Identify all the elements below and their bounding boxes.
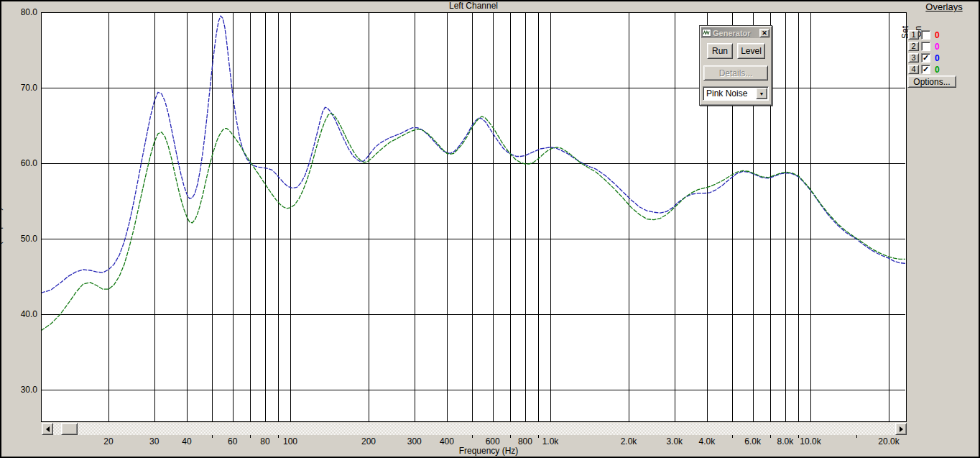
- truerta-window: Left Channel SPL (dB peak) Frequency (Hz…: [0, 0, 980, 458]
- overlay-3-checkbox[interactable]: ✓: [921, 53, 930, 63]
- left-arrow-icon: [46, 426, 50, 432]
- scroll-thumb[interactable]: [61, 423, 78, 435]
- spl-chart: [0, 0, 980, 458]
- overlay-2-value: 0: [935, 42, 945, 52]
- overlay-3-button[interactable]: 3: [908, 53, 919, 63]
- overlay-1-button[interactable]: 1: [908, 30, 919, 40]
- overlays-title[interactable]: Overlays: [914, 1, 974, 12]
- options-button[interactable]: Options...: [907, 75, 956, 88]
- overlay-2-button[interactable]: 2: [908, 42, 919, 51]
- signal-select[interactable]: Pink Noise ▼: [703, 86, 769, 101]
- overlay-4-button[interactable]: 4: [908, 65, 919, 74]
- chart-title: Left Channel: [41, 1, 906, 11]
- overlay-1-checkbox[interactable]: [921, 30, 930, 40]
- overlay-1-value: 0: [935, 30, 945, 40]
- overlay-4-checkbox[interactable]: ✓: [921, 65, 930, 74]
- chevron-down-icon: ▼: [759, 91, 764, 96]
- scroll-right-button[interactable]: [895, 423, 907, 435]
- generator-close-button[interactable]: ✕: [759, 29, 769, 37]
- level-button[interactable]: Level: [737, 43, 765, 59]
- close-icon: ✕: [762, 29, 767, 37]
- overlay-2-checkbox[interactable]: [921, 42, 930, 51]
- overlay-3-value: 0: [935, 53, 945, 63]
- plot-area: [42, 13, 907, 422]
- generator-title: Generator: [713, 29, 758, 37]
- generator-icon: [702, 29, 711, 37]
- details-button: Details...: [703, 65, 768, 81]
- signal-select-value: Pink Noise: [706, 88, 747, 99]
- right-arrow-icon: [900, 426, 903, 432]
- h-scrollbar[interactable]: [42, 423, 907, 435]
- scroll-left-button[interactable]: [42, 423, 53, 435]
- generator-titlebar[interactable]: Generator ✕: [701, 27, 770, 38]
- run-button[interactable]: Run: [707, 43, 733, 59]
- signal-dropdown-button[interactable]: ▼: [756, 88, 767, 99]
- overlay-4-value: 0: [935, 65, 945, 75]
- generator-window: Generator ✕ Run Level Details... Pink No…: [699, 25, 772, 106]
